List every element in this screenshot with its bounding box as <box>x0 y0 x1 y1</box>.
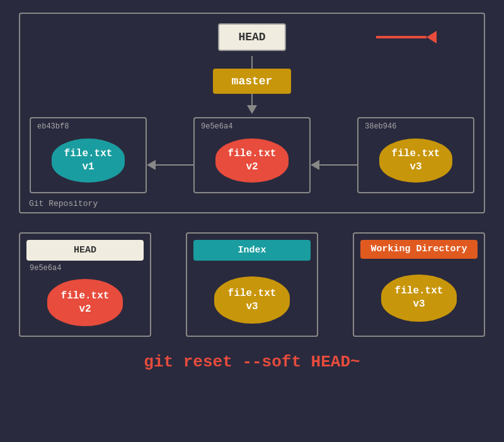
area-index: Index file.txt v3 <box>186 232 318 337</box>
area-working-dir-header-text: Working Directory <box>370 244 467 254</box>
commit-version-2: v3 <box>410 161 421 174</box>
commit-file-1: file.txt <box>228 147 277 161</box>
area-index-blob: file.txt v3 <box>214 276 290 324</box>
git-repo-label: Git Repository <box>29 199 98 208</box>
arrow-line-h <box>156 164 193 166</box>
area-index-header: Index <box>193 240 311 261</box>
area-working-dir-version: v3 <box>413 298 425 311</box>
commit-file-2: file.txt <box>392 147 440 161</box>
arrow-line-h-2 <box>319 164 357 166</box>
command-line: git reset --soft HEAD~ <box>144 353 360 371</box>
arrow-1-to-0 <box>147 160 193 170</box>
commit-version-0: v1 <box>82 161 94 174</box>
commit-box-0: eb43bf8 file.txt v1 <box>30 117 147 193</box>
commit-blob-1: file.txt v2 <box>215 139 289 183</box>
head-container: HEAD <box>30 23 474 51</box>
area-index-file: file.txt <box>228 287 277 300</box>
red-arrow-line <box>376 36 427 38</box>
area-head-header: HEAD <box>26 240 144 261</box>
red-arrow <box>376 31 437 43</box>
bottom-section: HEAD 9e5e6a4 file.txt v2 Index file.txt … <box>19 232 485 337</box>
area-index-version: v3 <box>246 300 258 314</box>
arrow-2-to-1 <box>311 160 357 170</box>
commit-id-1: 9e5e6a4 <box>201 122 232 131</box>
area-working-dir-header: Working Directory <box>360 240 478 259</box>
commit-id-0: eb43bf8 <box>37 122 69 131</box>
arrowhead-left-2 <box>311 160 319 170</box>
area-head-commit-id: 9e5e6a4 <box>30 264 61 273</box>
area-head-file: file.txt <box>61 290 110 303</box>
area-working-dir-blob: file.txt v3 <box>381 275 457 322</box>
master-to-commit-connector <box>247 94 257 114</box>
arrow-left-icon-2 <box>311 160 357 170</box>
commit-box-1: 9e5e6a4 file.txt v2 <box>193 117 311 193</box>
commit-blob-2: file.txt v3 <box>379 139 453 183</box>
commit-blob-0: file.txt v1 <box>52 139 125 183</box>
commit-id-2: 38eb946 <box>365 122 396 131</box>
commit-box-2: 38eb946 file.txt v3 <box>357 117 474 193</box>
head-to-master-connector <box>251 56 253 69</box>
red-arrow-head <box>427 31 437 43</box>
master-box: master <box>213 69 292 94</box>
arrowhead-left <box>147 160 156 170</box>
head-box: HEAD <box>218 23 285 51</box>
master-wrapper: master <box>30 69 474 94</box>
area-head-version: v2 <box>79 303 91 316</box>
arrow-left-icon <box>147 160 193 170</box>
area-working-dir: Working Directory file.txt v3 <box>353 232 485 337</box>
area-head: HEAD 9e5e6a4 file.txt v2 <box>19 232 151 337</box>
area-head-blob: file.txt v2 <box>47 279 123 326</box>
git-repo-section: HEAD master eb43bf8 file.txt v1 <box>19 13 485 213</box>
area-working-dir-file: file.txt <box>395 285 444 298</box>
commit-version-1: v2 <box>246 161 258 174</box>
commit-file-0: file.txt <box>64 147 113 161</box>
v-line <box>251 94 253 105</box>
down-arrow-head <box>247 105 257 114</box>
commits-container: eb43bf8 file.txt v1 9e5e6a4 file.txt v2 <box>30 117 474 193</box>
